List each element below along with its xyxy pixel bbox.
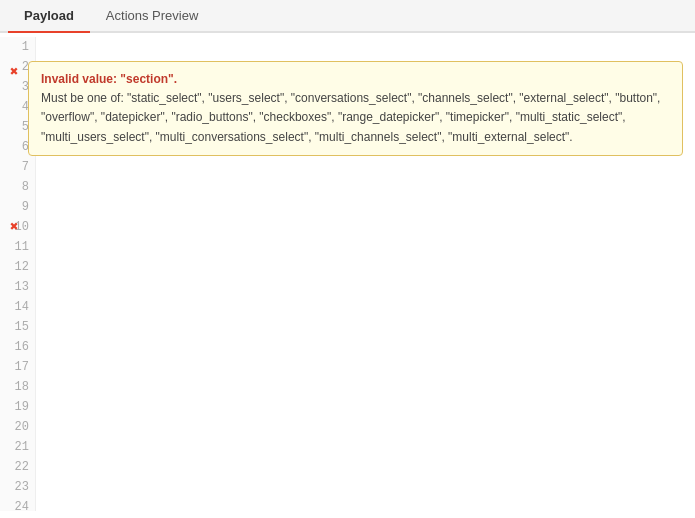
code-line-4 [44,270,687,290]
ln-15: 15 [6,317,29,337]
code-line-5 [44,328,687,348]
ln-11: 11 [6,237,29,257]
ln-22: 22 [6,457,29,477]
error-title: Invalid value: "section". [41,72,177,86]
tab-actions-preview[interactable]: Actions Preview [90,0,214,33]
ln-23: 23 [6,477,29,497]
ln-14: 14 [6,297,29,317]
ln-13: 13 [6,277,29,297]
ln-16: 16 [6,337,29,357]
error-icon-line8: ✖ [10,218,18,235]
tab-bar: Payload Actions Preview [0,0,695,33]
ln-6: 6 [6,137,29,157]
error-tooltip: Invalid value: "section". Must be one of… [28,61,683,156]
ln-24: 24 [6,497,29,511]
ln-17: 17 [6,357,29,377]
ln-7: 7 [6,157,29,177]
ln-8: 8 [6,177,29,197]
ln-4: 4 [6,97,29,117]
ln-9: 9 [6,197,29,217]
ln-1: 1 [6,37,29,57]
error-icon-top: ✖ [10,63,18,80]
code-line-2 [44,153,687,173]
ln-19: 19 [6,397,29,417]
ln-21: 21 [6,437,29,457]
tab-payload[interactable]: Payload [8,0,90,33]
ln-20: 20 [6,417,29,437]
ln-18: 18 [6,377,29,397]
app-container: Payload Actions Preview ✖ Invalid value:… [0,0,695,511]
ln-3: 3 [6,77,29,97]
code-line-3 [44,211,687,231]
error-message: Must be one of: "static_select", "users_… [41,91,660,143]
code-line-7 [44,445,687,465]
ln-5: 5 [6,117,29,137]
code-line-6 [44,386,687,406]
editor-area: ✖ Invalid value: "section". Must be one … [0,33,695,511]
ln-12: 12 [6,257,29,277]
